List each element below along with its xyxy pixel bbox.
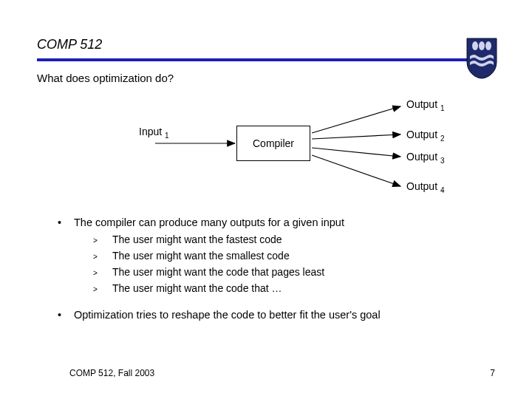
sub-bullet-text: The user might want the code that … [112,281,282,297]
bullet-icon: • [58,214,74,231]
output-word-3: Output [406,151,437,163]
bullet-1-subs: >The user might want the fastest code >T… [58,232,495,296]
output-label-3: Output 3 [406,151,444,165]
svg-line-4 [312,106,400,133]
chevron-icon: > [93,232,112,248]
sub-bullet-text: The user might want the fastest code [112,232,282,248]
svg-line-6 [312,148,400,157]
slide: COMP 512 What does optimization do? Comp… [0,0,532,399]
svg-line-5 [312,134,400,139]
slide-subtitle: What does optimization do? [37,72,495,84]
output-word-2: Output [406,129,437,140]
output-word-4: Output [406,180,437,192]
bullet-2: • Optimization tries to reshape the code… [58,307,495,323]
chevron-icon: > [93,265,112,281]
chevron-icon: > [93,281,112,297]
sub-bullet: >The user might want the fastest code [93,232,495,248]
bullet-icon: • [58,307,74,323]
output-sub-3: 3 [440,157,445,165]
slide-footer: COMP 512, Fall 2003 7 [69,368,495,378]
compiler-box-label: Compiler [253,137,294,149]
svg-point-1 [479,41,485,50]
bullet-1: • The compiler can produce many outputs … [58,214,495,231]
chevron-icon: > [93,248,112,265]
footer-left: COMP 512, Fall 2003 [69,368,154,378]
compiler-diagram: Compiler Input 1 Output 1 Output 2 Outpu… [59,98,473,201]
course-code: COMP 512 [37,37,495,52]
svg-point-2 [485,41,491,50]
bullet-1-text: The compiler can produce many outputs fo… [74,214,344,231]
sub-bullet: >The user might want the code that pages… [93,265,495,281]
input-label: Input 1 [139,126,169,140]
output-label-1: Output 1 [406,98,444,112]
svg-point-0 [472,41,478,50]
sub-bullet-text: The user might want the smallest code [112,248,290,265]
bullet-2-text: Optimization tries to reshape the code t… [74,307,381,323]
title-rule [37,58,480,61]
page-number: 7 [490,368,495,378]
svg-line-7 [312,155,400,186]
sub-bullet: >The user might want the smallest code [93,248,495,265]
output-sub-4: 4 [440,186,445,194]
output-word-1: Output [406,98,437,110]
input-word: Input [139,126,162,137]
output-label-4: Output 4 [406,180,444,194]
output-sub-2: 2 [440,134,445,143]
bullet-list: • The compiler can produce many outputs … [37,214,495,324]
university-shield-icon [466,37,498,80]
input-sub: 1 [165,132,169,140]
sub-bullet: >The user might want the code that … [93,281,495,297]
sub-bullet-text: The user might want the code that pages … [112,265,324,281]
compiler-box: Compiler [236,126,310,161]
output-label-2: Output 2 [406,129,444,143]
output-sub-1: 1 [440,104,445,112]
